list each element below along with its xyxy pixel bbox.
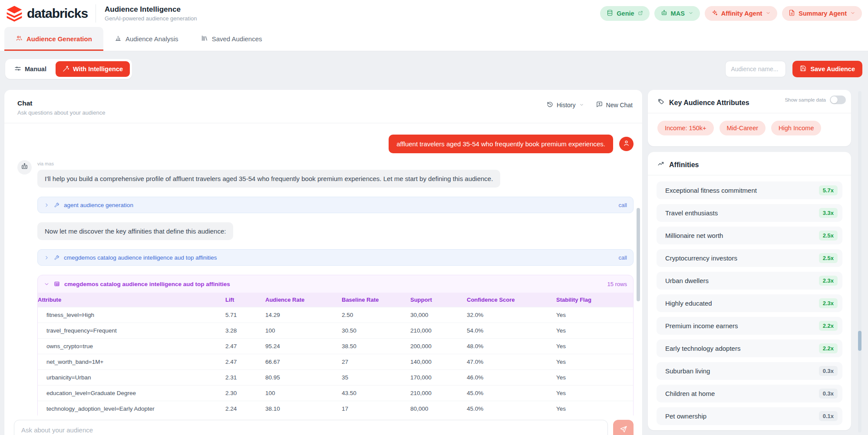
tool-call-name: agent audience generation (64, 202, 133, 208)
column-header: Support (410, 293, 467, 307)
cell-attribute: owns_crypto=true (38, 339, 225, 354)
affinity-label: Exceptional fitness commitment (665, 187, 757, 194)
cell-attribute: education_level=Graduate Degree (38, 386, 225, 401)
affinity-list-item[interactable]: Exceptional fitness commitment 5.7x (657, 181, 842, 199)
affinity-list-item[interactable]: Millionaire net worth 2.5x (657, 227, 842, 244)
history-icon (547, 101, 553, 109)
affinity-list-item[interactable]: Highly educated 2.3x (657, 294, 842, 312)
assistant-content: via mas I'll help you build a comprehens… (37, 160, 634, 415)
affinities-list: Exceptional fitness commitment 5.7x Trav… (648, 175, 851, 430)
cell-audience-rate: 100 (265, 323, 342, 338)
bar-chart-icon (115, 35, 122, 43)
attribute-chip[interactable]: High Income (771, 121, 821, 135)
cell-attribute: urbanicity=Urban (38, 370, 225, 385)
table-row: travel_frequency=Frequent 3.28 100 30.50… (38, 323, 633, 338)
sidebar-scrollbar[interactable] (858, 331, 861, 351)
column-header: Confidence Score (467, 293, 556, 307)
tool-call-row[interactable]: agent audience generation call (37, 197, 634, 213)
cell-audience-rate: 66.67 (265, 354, 342, 369)
wrench-icon (54, 255, 59, 260)
table-row: technology_adoption_level=Early Adopter … (38, 401, 633, 415)
affinity-list-item[interactable]: Pet ownership 0.1x (657, 407, 842, 425)
affinity-list-item[interactable]: Suburban living 0.3x (657, 362, 842, 380)
affinity-value-badge: 0.1x (819, 411, 838, 421)
tab-saved-audiences[interactable]: Saved Audiences (190, 27, 274, 51)
affinity-agent-button[interactable]: Affinity Agent (705, 6, 778, 21)
affinities-card-title: Affinities (669, 161, 699, 169)
message-plus-icon (596, 101, 603, 109)
cell-confidence-score: 45.0% (467, 386, 556, 401)
genie-label: Genie (617, 10, 634, 17)
cell-baseline-rate: 17 (342, 401, 410, 415)
cell-stability-flag: Yes (556, 339, 633, 354)
affinity-label: Early technology adopters (665, 345, 740, 352)
attribute-chip[interactable]: Income: 150k+ (657, 121, 714, 135)
cell-stability-flag: Yes (556, 370, 633, 385)
summary-agent-label: Summary Agent (799, 10, 847, 17)
affinity-list-item[interactable]: Travel enthusiasts 3.3x (657, 204, 842, 222)
cell-audience-rate: 38.10 (265, 401, 342, 415)
tool-result-header[interactable]: cmegdemos catalog audience intelligence … (38, 275, 633, 293)
cell-baseline-rate: 43.50 (342, 386, 410, 401)
affinity-list-item[interactable]: Early technology adopters 2.2x (657, 339, 842, 357)
cell-stability-flag: Yes (556, 307, 633, 323)
attribute-chip[interactable]: Mid-Career (719, 121, 766, 135)
affinity-list-item[interactable]: Cryptocurrency investors 2.5x (657, 249, 842, 267)
new-chat-button[interactable]: New Chat (596, 101, 633, 109)
cell-support: 80,000 (410, 401, 467, 415)
manual-mode-button[interactable]: Manual (7, 61, 53, 77)
affinity-list-item[interactable]: Premium income earners 2.2x (657, 317, 842, 335)
genie-button[interactable]: Genie (600, 6, 649, 21)
chat-scrollbar[interactable] (637, 208, 640, 301)
robot-icon (21, 163, 28, 172)
via-label: via mas (37, 161, 634, 166)
mas-label: MAS (671, 10, 685, 17)
attribute-chips: Income: 150k+Mid-CareerHigh Income (648, 113, 851, 143)
affinity-list-item[interactable]: Urban dwellers 2.3x (657, 272, 842, 290)
affinity-label: Suburban living (665, 367, 710, 375)
tag-icon (657, 98, 665, 107)
assistant-message: I'll help you build a comprehensive prof… (37, 170, 500, 188)
cell-confidence-score: 45.0% (467, 401, 556, 415)
affinities-card-header: Affinities (648, 152, 851, 175)
table-grid-icon (54, 281, 60, 287)
affinity-value-badge: 2.5x (819, 231, 838, 241)
affinity-value-badge: 2.2x (819, 343, 838, 353)
mas-button[interactable]: MAS (654, 6, 700, 21)
affinity-list-item[interactable]: Children at home 0.3x (657, 385, 842, 402)
sample-data-toggle[interactable] (830, 96, 846, 104)
tab-audience-generation[interactable]: Audience Generation (4, 27, 103, 51)
affinity-label: Children at home (665, 390, 715, 397)
user-message-row: affluent travelers aged 35-54 who freque… (17, 135, 634, 153)
user-avatar (619, 137, 634, 151)
save-audience-button[interactable]: Save Audience (792, 61, 862, 77)
with-intelligence-button[interactable]: With Intelligence (56, 61, 130, 77)
send-button[interactable] (613, 420, 634, 435)
table-row: net_worth_band=1M+ 2.47 66.67 27 140,000… (38, 354, 633, 369)
sparkles-icon (711, 10, 718, 17)
tool-call-row[interactable]: cmegdemos catalog audience intelligence … (37, 249, 634, 266)
history-button[interactable]: History (547, 101, 584, 109)
table-body: fitness_level=High 5.71 14.29 2.50 30,00… (38, 307, 633, 415)
history-label: History (557, 102, 576, 109)
audience-name-input[interactable] (725, 61, 786, 77)
sample-data-toggle-label: Show sample data (785, 97, 826, 102)
cell-support: 200,000 (410, 339, 467, 354)
cell-attribute: travel_frequency=Frequent (38, 323, 225, 338)
chat-input[interactable] (14, 420, 608, 435)
table-row: education_level=Graduate Degree 2.30 100… (38, 385, 633, 401)
cell-attribute: net_worth_band=1M+ (38, 354, 225, 369)
tab-bar: Audience Generation Audience Analysis Sa… (0, 27, 868, 51)
cell-stability-flag: Yes (556, 354, 633, 369)
cell-baseline-rate: 30.50 (342, 323, 410, 338)
cell-baseline-rate: 35 (342, 370, 410, 385)
affinities-card: Affinities Exceptional fitness commitmen… (648, 152, 851, 430)
databricks-logo-icon (6, 5, 23, 22)
affinity-value-badge: 3.3x (819, 208, 838, 218)
cell-stability-flag: Yes (556, 386, 633, 401)
affinity-value-badge: 5.7x (819, 185, 838, 195)
summary-agent-button[interactable]: Summary Agent (782, 6, 862, 21)
tool-call-name: cmegdemos catalog audience intelligence … (64, 254, 217, 261)
tab-audience-analysis[interactable]: Audience Analysis (103, 27, 190, 51)
cell-audience-rate: 100 (265, 386, 342, 401)
